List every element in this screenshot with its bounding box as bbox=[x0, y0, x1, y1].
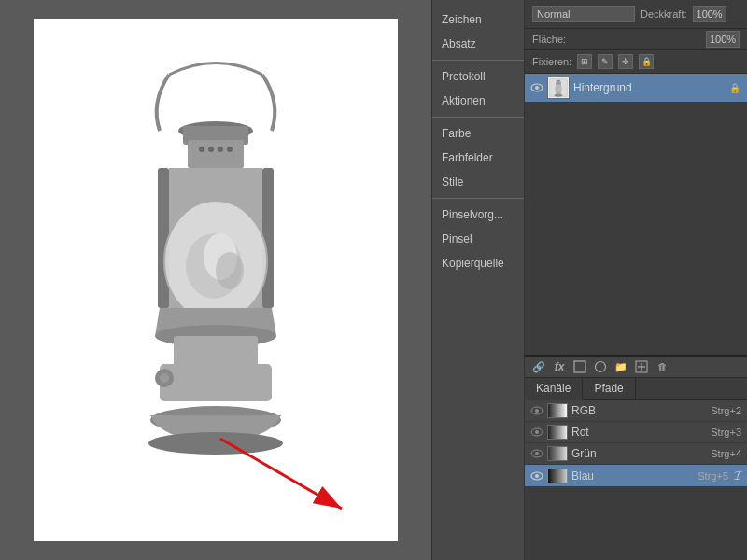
fix-icon-all[interactable]: 🔒 bbox=[639, 54, 654, 69]
svg-point-34 bbox=[596, 362, 606, 372]
channel-row-gruen[interactable]: Grün Strg+4 bbox=[525, 443, 747, 465]
fix-icon-draw[interactable]: ✎ bbox=[598, 54, 613, 69]
menu-item-kopierquelle[interactable]: Kopierquelle bbox=[432, 251, 524, 275]
svg-point-5 bbox=[218, 147, 223, 152]
channel-row-rgb[interactable]: RGB Strg+2 bbox=[525, 400, 747, 422]
channel-thumb-blau bbox=[547, 469, 568, 483]
menu-item-stile[interactable]: Stile bbox=[432, 170, 524, 194]
channel-name-rot: Rot bbox=[571, 426, 707, 439]
menu-item-protokoll[interactable]: Protokoll bbox=[432, 64, 524, 89]
eye-icon-gruen[interactable] bbox=[530, 447, 543, 460]
channels-panel: 🔗 fx 📁 bbox=[525, 355, 747, 560]
menu-item-farbe[interactable]: Farbe bbox=[432, 121, 524, 146]
tab-kanale[interactable]: Kanäle bbox=[525, 378, 583, 400]
svg-rect-28 bbox=[557, 80, 560, 82]
fixieren-label: Fixieren: bbox=[532, 56, 571, 67]
menu-item-absatz[interactable]: Absatz bbox=[432, 32, 524, 56]
svg-point-19 bbox=[160, 373, 169, 383]
channel-shortcut-blau: Strg+5 bbox=[698, 470, 728, 482]
lock-icon-hintergrund: 🔒 bbox=[728, 81, 741, 94]
menu-item-farbfelder[interactable]: Farbfelder bbox=[432, 146, 524, 170]
folder-icon[interactable]: 📁 bbox=[613, 358, 629, 375]
menu-separator-3 bbox=[432, 198, 524, 199]
eye-icon-blau[interactable] bbox=[530, 469, 543, 483]
svg-point-30 bbox=[555, 84, 561, 92]
menu-item-zeichen[interactable]: Zeichen bbox=[432, 7, 524, 32]
channels-toolbar: 🔗 fx 📁 bbox=[525, 357, 747, 378]
svg-point-39 bbox=[535, 409, 539, 413]
channel-shortcut-rot: Strg+3 bbox=[711, 427, 741, 438]
layer-name-hintergrund: Hintergrund bbox=[573, 81, 725, 94]
opacity-label: Deckkraft: bbox=[641, 8, 687, 20]
fill-bar: Fläche: bbox=[525, 29, 747, 50]
menu-separator-1 bbox=[432, 60, 524, 61]
fix-icon-move[interactable]: ✛ bbox=[618, 54, 633, 69]
svg-point-45 bbox=[535, 474, 539, 478]
layer-row-hintergrund[interactable]: Hintergrund 🔒 bbox=[525, 74, 747, 103]
channel-list: RGB Strg+2 Rot Strg+3 bbox=[525, 400, 747, 560]
svg-rect-33 bbox=[574, 361, 585, 372]
channel-shortcut-rgb: Strg+2 bbox=[711, 405, 741, 416]
blend-mode-select[interactable]: Normal bbox=[532, 6, 635, 22]
eye-icon-hintergrund[interactable] bbox=[530, 81, 543, 94]
fixieren-bar: Fixieren: ⊞ ✎ ✛ 🔒 bbox=[525, 50, 747, 74]
channel-row-rot[interactable]: Rot Strg+3 bbox=[525, 422, 747, 443]
new-layer-icon[interactable] bbox=[571, 358, 588, 375]
opacity-input[interactable] bbox=[693, 6, 726, 22]
right-panel: Normal Deckkraft: Fläche: Fixieren: ⊞ ✎ … bbox=[525, 0, 747, 560]
channel-thumb-rgb bbox=[547, 403, 568, 418]
svg-point-6 bbox=[227, 147, 233, 152]
svg-point-3 bbox=[199, 147, 204, 152]
svg-point-4 bbox=[208, 147, 214, 152]
menu-panel: Zeichen Absatz Protokoll Aktionen Farbe … bbox=[431, 0, 525, 560]
svg-rect-17 bbox=[160, 364, 272, 401]
channel-thumb-gruen bbox=[547, 446, 568, 461]
panel-tabs: Kanäle Pfade bbox=[525, 378, 747, 400]
channel-name-blau: Blau bbox=[571, 469, 694, 483]
channel-name-gruen: Grün bbox=[571, 447, 707, 460]
svg-point-41 bbox=[535, 430, 539, 434]
svg-point-25 bbox=[535, 86, 539, 90]
svg-point-13 bbox=[216, 252, 244, 289]
menu-item-aktionen[interactable]: Aktionen bbox=[432, 89, 524, 113]
blend-opacity-bar: Normal Deckkraft: bbox=[525, 0, 747, 29]
menu-item-pinsel[interactable]: Pinsel bbox=[432, 227, 524, 251]
menu-item-pinselvorg[interactable]: Pinselvorg... bbox=[432, 203, 524, 227]
tab-pfade[interactable]: Pfade bbox=[583, 378, 635, 399]
channel-row-blau[interactable]: Blau Strg+5 𝓘 bbox=[525, 465, 747, 487]
channel-thumb-rot bbox=[547, 425, 568, 440]
channel-name-rgb: RGB bbox=[571, 404, 707, 417]
canvas-document bbox=[34, 19, 398, 541]
circle-icon[interactable] bbox=[592, 358, 609, 375]
svg-point-21 bbox=[148, 432, 283, 455]
eye-icon-rgb[interactable] bbox=[530, 404, 543, 417]
channel-shortcut-gruen: Strg+4 bbox=[711, 448, 741, 459]
fx-icon[interactable]: fx bbox=[551, 358, 568, 375]
fill-label: Fläche: bbox=[532, 34, 566, 45]
svg-point-43 bbox=[535, 452, 539, 455]
canvas-area bbox=[0, 0, 431, 560]
svg-rect-2 bbox=[188, 140, 244, 168]
fill-input[interactable] bbox=[706, 31, 740, 48]
svg-point-32 bbox=[554, 94, 562, 97]
add-icon[interactable] bbox=[633, 358, 650, 375]
eye-icon-rot[interactable] bbox=[530, 426, 543, 439]
layers-area: Hintergrund 🔒 bbox=[525, 74, 747, 355]
layer-thumb-hintergrund bbox=[547, 77, 570, 99]
cursor-icon: 𝓘 bbox=[734, 468, 741, 483]
trash-icon[interactable]: 🗑 bbox=[654, 358, 670, 375]
lantern-image bbox=[76, 47, 356, 513]
fix-icon-position[interactable]: ⊞ bbox=[577, 54, 592, 69]
link-icon[interactable]: 🔗 bbox=[530, 358, 547, 375]
menu-separator-2 bbox=[432, 117, 524, 118]
